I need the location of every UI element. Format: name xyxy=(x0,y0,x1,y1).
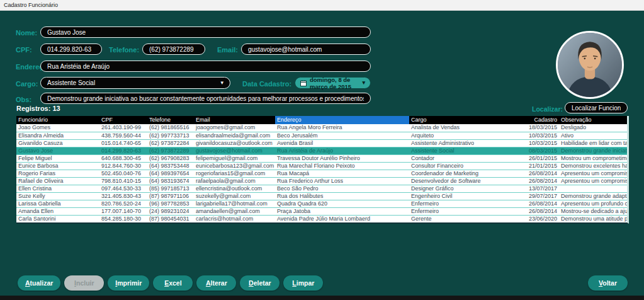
incluir-button[interactable]: Incluir xyxy=(64,275,104,291)
cell-telefone: (62) 997733713 xyxy=(147,132,194,139)
cell-cadastro: 13/07/2017 xyxy=(526,185,559,192)
table-row[interactable]: Rafael de Oliveira798.810.410-15(64) 983… xyxy=(16,177,627,185)
cell-funcionario: Joao Gomes xyxy=(16,124,99,132)
cell-telefone: (85) 997185713 xyxy=(147,185,194,192)
cell-observacao: Apresentou um compromisso not... xyxy=(559,178,627,185)
voltar-button[interactable]: Voltar xyxy=(588,275,628,291)
column-header-cpf[interactable]: CPF xyxy=(99,116,147,124)
cell-observacao: Apresentou um profundo compro... xyxy=(559,200,627,207)
column-header-observacao[interactable]: Observação xyxy=(559,116,627,124)
table-row[interactable]: Suze Kelly321.405.830-43(87) 987971106su… xyxy=(16,192,627,200)
cell-cargo: Contador xyxy=(409,155,526,162)
column-header-email[interactable]: Email xyxy=(194,116,275,124)
column-header-cadastro[interactable]: Cadastro xyxy=(526,116,559,124)
column-header-funcionario[interactable]: Funcionário xyxy=(16,116,99,124)
deletar-button[interactable]: Deletar xyxy=(240,275,280,291)
cell-cadastro: 21/01/2015 xyxy=(526,163,559,170)
cell-cadastro: 29/07/2017 xyxy=(526,193,559,200)
table-row[interactable]: Givanildo Casuza015.014.740-65(62) 97387… xyxy=(16,139,627,147)
cell-cpf: 854.285.180-30 xyxy=(99,216,147,222)
cell-endereco: Quadra Quadra 620 xyxy=(275,200,409,207)
cell-cargo: Engenheiro Civil xyxy=(409,193,526,200)
cell-funcionario: Felipe Miguel xyxy=(16,155,99,162)
cell-telefone: (62) 973872289 xyxy=(147,147,194,154)
cargo-select[interactable]: Assistente Social ▾ xyxy=(40,77,230,89)
cell-cpf: 502.450.040-76 xyxy=(99,170,147,177)
cell-cargo: Assistente Administrativo xyxy=(409,140,526,147)
cell-endereco: Rua Marechal Floriano Peixoto xyxy=(275,163,409,170)
email-input[interactable] xyxy=(241,43,371,55)
table-row[interactable]: Rogerio Farias502.450.040-76(64) 9893976… xyxy=(16,170,627,177)
cell-observacao xyxy=(559,185,627,192)
table-row[interactable]: Gustavo Jose014.299.820-63(62) 973872289… xyxy=(16,147,627,154)
table-row[interactable]: Carla Santorini854.285.180-30(87) 980454… xyxy=(16,215,627,222)
cell-observacao: Demonstrou excelentes habilidad... xyxy=(559,163,627,170)
cell-observacao: Ativo xyxy=(559,132,627,139)
cell-email: givanildocasuza@outlook.com xyxy=(194,140,275,147)
column-header-telefone[interactable]: Telefone xyxy=(147,116,194,124)
table-row[interactable]: Amanda Ellen177.007.140-70(24) 989231024… xyxy=(16,207,627,215)
table-row[interactable]: Joao Gomes261.403.190-99(62) 981865516jo… xyxy=(16,124,627,132)
cell-funcionario: Givanildo Casuza xyxy=(16,140,99,147)
cell-cadastro: 26/08/2014 xyxy=(526,178,559,185)
app-window: Cadastro Funcionário Nome: CPF: Telefone… xyxy=(0,0,644,300)
telefone-label: Telefone: xyxy=(109,46,139,54)
cell-endereco: Rua Frederico Arthur Loss xyxy=(275,178,409,185)
data-cadastro-picker[interactable]: domingo, 8 de março de 2015 ▾ xyxy=(295,77,371,89)
cell-cadastro: 26/08/2014 xyxy=(526,170,559,177)
endereco-input[interactable] xyxy=(40,61,371,72)
telefone-input[interactable] xyxy=(142,43,205,55)
cell-endereco: Rua Angela Moro Ferreira xyxy=(275,124,409,132)
cell-endereco: Avenida Brasil xyxy=(275,140,409,147)
cell-cargo: Consultor Financeiro xyxy=(409,163,526,170)
excel-button[interactable]: Excel xyxy=(153,275,193,291)
cell-cargo: Assistente Social xyxy=(409,147,526,154)
atualizar-button[interactable]: Atualizar xyxy=(18,275,60,291)
nome-input[interactable] xyxy=(40,26,371,38)
cell-endereco: Rua Macapá xyxy=(275,170,409,177)
table-row[interactable]: Ellen Cristina097.464.530-33(85) 9971857… xyxy=(16,185,627,192)
cell-observacao: Demonstrou grande iniciativa ao ... xyxy=(559,147,627,154)
table-row[interactable]: Eunice Barbosa912.844.760-30(64) 9837534… xyxy=(16,162,627,170)
cpf-input[interactable] xyxy=(40,43,102,55)
cell-cadastro: 26/08/2014 xyxy=(526,208,559,215)
imprimir-button[interactable]: Imprimir xyxy=(108,275,149,291)
cell-endereco: Praça Jatoba xyxy=(275,208,409,215)
search-input[interactable] xyxy=(565,102,628,113)
cell-cadastro: 18/03/2015 xyxy=(526,124,559,132)
cell-cargo: Gerente xyxy=(409,216,526,222)
cell-email: rogeriofarias15@gmail.com xyxy=(194,170,275,177)
cell-email: larigabriella17@hotmail.com xyxy=(194,200,275,207)
window-titlebar[interactable]: Cadastro Funcionário xyxy=(0,0,644,11)
table-header: FuncionárioCPFTelefoneEmailEndereçoCargo… xyxy=(16,116,627,124)
alterar-button[interactable]: Alterar xyxy=(196,275,236,291)
window-bottom-edge xyxy=(0,296,644,300)
cell-cadastro: 26/08/2014 xyxy=(526,200,559,207)
cell-cpf: 912.844.760-30 xyxy=(99,163,147,170)
column-header-endereco[interactable]: Endereço xyxy=(275,116,409,124)
table-row[interactable]: Felipe Miguel640.688.300-45(62) 96790828… xyxy=(16,154,627,162)
cell-endereco: Travessa Doutor Aurélio Pinheiro xyxy=(275,155,409,162)
email-label: Email: xyxy=(217,46,238,54)
records-count: Registros: 13 xyxy=(16,105,60,112)
toolbar: AtualizarIncluirImprimirExcelAlterarDele… xyxy=(18,275,323,291)
table-row[interactable]: Elisandra Almeida438.759.560-44(62) 9977… xyxy=(16,132,627,139)
cell-funcionario: Gustavo Jose xyxy=(16,147,99,154)
cell-email: amandaellen@gmail.com xyxy=(194,208,275,215)
table-row[interactable]: Larissa Gabriella820.786.520-24(96) 9877… xyxy=(16,200,627,207)
cell-email: ellencristina@outlook.com xyxy=(194,185,275,192)
cell-endereco: Rua Aristéia de Araújo xyxy=(275,147,409,154)
employee-portrait-image xyxy=(558,33,622,97)
column-header-cargo[interactable]: Cargo xyxy=(409,116,526,124)
cell-funcionario: Larissa Gabriella xyxy=(16,200,99,207)
cell-telefone: (62) 967908283 xyxy=(147,155,194,162)
cell-cargo: Enfermeiro xyxy=(409,200,526,207)
cargo-selected-value: Assistente Social xyxy=(47,78,95,88)
limpar-button[interactable]: Limpar xyxy=(283,275,323,291)
cell-funcionario: Carla Santorini xyxy=(16,216,99,222)
obs-input[interactable] xyxy=(40,93,371,104)
cell-observacao: Habilidade em lidar com tarefas ... xyxy=(559,140,627,147)
table-body: Joao Gomes261.403.190-99(62) 981865516jo… xyxy=(16,124,627,222)
cell-funcionario: Eunice Barbosa xyxy=(16,163,99,170)
cell-cpf: 014.299.820-63 xyxy=(99,147,147,154)
